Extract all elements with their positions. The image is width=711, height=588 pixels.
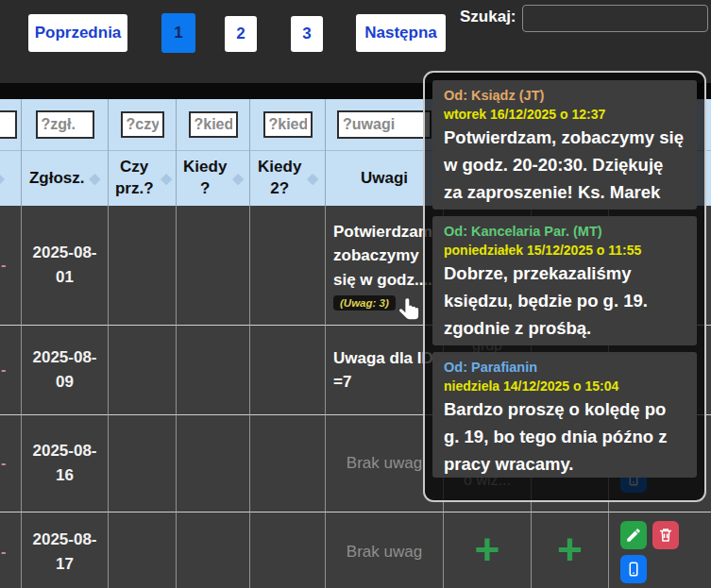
message-card: Od: Parafianin niedziela 14/12/2025 o 15…	[432, 352, 697, 478]
header-kiedy1[interactable]: Kiedy ? ◆	[177, 151, 250, 206]
table-row-4-czy	[109, 512, 177, 588]
message-card: Od: Kancelaria Par. (MT) poniedziałek 15…	[432, 216, 697, 345]
sort-diamond-icon: ◆	[307, 169, 318, 188]
filter-cell-czy	[109, 99, 177, 151]
table-row-1-kiedy2	[250, 206, 326, 326]
filter-input-zglosz[interactable]	[36, 110, 94, 139]
header-zglosz-label: Zgłosz.	[29, 168, 85, 190]
table-row-3-kiedy1	[177, 415, 250, 512]
table-row-4-zglosz: 2025-08-17	[22, 512, 109, 588]
filter-input-stub[interactable]	[0, 110, 17, 139]
message-body: Potwierdzam, zobaczymy się w godz. 20-20…	[444, 125, 686, 206]
table-row-1-czy	[109, 206, 177, 326]
comments-popup: Od: Ksiądz (JT) wtorek 16/12/2025 o 12:3…	[423, 71, 706, 502]
table-row-4-kiedy2	[250, 512, 326, 588]
search-input[interactable]	[522, 5, 708, 32]
sort-diamond-icon: ◆	[232, 169, 244, 188]
table-row-3-czy	[109, 415, 177, 512]
table-row-2-kiedy2	[250, 326, 326, 415]
message-date: poniedziałek 15/12/2025 o 11:55	[444, 242, 686, 260]
table-row-4-col8	[609, 512, 711, 588]
message-date: niedziela 14/12/2025 o 15:04	[444, 378, 686, 395]
uwagi-empty-text: Brak uwag	[347, 543, 422, 562]
message-date: wtorek 16/12/2025 o 12:37	[444, 106, 686, 124]
header-cell-stub[interactable]: ◆	[0, 151, 22, 206]
table-row-3-zglosz: 2025-08-16	[22, 415, 109, 512]
table-row-4-kiedy1	[177, 512, 250, 588]
table-row-2-zglosz: 2025-08-09	[22, 326, 109, 415]
message-card: Od: Ksiądz (JT) wtorek 16/12/2025 o 12:3…	[432, 80, 697, 210]
phone-button[interactable]	[620, 555, 647, 583]
next-page-button[interactable]: Następna	[356, 14, 446, 52]
header-czy[interactable]: Czy prz.? ◆	[109, 151, 177, 206]
filter-input-kiedy2[interactable]	[263, 111, 313, 138]
header-kiedy1-label: Kiedy ?	[182, 157, 228, 200]
table-row-4-col6: +	[444, 512, 532, 588]
table-row-4-uwagi[interactable]: Brak uwag	[326, 512, 444, 588]
filter-input-uwagi[interactable]	[337, 110, 432, 139]
page-button-2[interactable]: 2	[225, 16, 257, 52]
table-row-2-stub: -	[0, 326, 22, 415]
page-button-1[interactable]: 1	[161, 13, 195, 53]
message-body: Dobrze, przekazaliśmy księdzu, będzie po…	[444, 260, 686, 345]
sort-diamond-icon: ◆	[0, 169, 5, 188]
header-zglosz[interactable]: Zgłosz. ◆	[22, 151, 109, 206]
filter-cell-stub	[0, 99, 22, 151]
uwagi-preview-text: Potwierdzam, zobaczymy się w godz....	[333, 220, 437, 293]
table-row-2-czy	[109, 326, 177, 415]
header-kiedy2[interactable]: Kiedy 2? ◆	[250, 151, 326, 206]
table-row-3-kiedy2	[250, 415, 326, 512]
message-sender: Od: Ksiądz (JT)	[444, 87, 686, 106]
sort-diamond-icon: ◆	[90, 169, 101, 188]
add-entry-button[interactable]: +	[557, 528, 583, 577]
table-row-4-col7: +	[532, 512, 609, 588]
delete-button[interactable]	[652, 521, 679, 549]
table-row-1-kiedy1	[177, 206, 250, 326]
edit-button[interactable]	[620, 521, 647, 549]
message-sender: Od: Kancelaria Par. (MT)	[444, 223, 686, 242]
filter-cell-zglosz	[22, 99, 109, 151]
table-row-1-zglosz: 2025-08-01	[22, 206, 109, 326]
trash-icon	[657, 527, 674, 544]
table-row-3-stub: -	[0, 415, 22, 512]
phone-icon	[625, 561, 642, 578]
pencil-icon	[625, 527, 642, 544]
search-label: Szukaj:	[460, 8, 516, 26]
app-window: Poprzednia 1 2 3 Następna Szukaj:	[0, 0, 711, 588]
add-entry-button[interactable]: +	[475, 528, 500, 577]
header-czy-label: Czy prz.?	[112, 157, 156, 200]
filter-cell-kiedy1	[177, 99, 250, 151]
filter-input-kiedy1[interactable]	[189, 111, 238, 138]
uwagi-count-badge[interactable]: (Uwag: 3)	[333, 295, 396, 311]
sort-diamond-icon: ◆	[161, 169, 172, 188]
header-kiedy2-label: Kiedy 2?	[257, 157, 302, 200]
table-row-4-stub: -	[0, 512, 22, 588]
table-row-1-stub: -	[0, 206, 22, 326]
message-body: Bardzo proszę o kolędę po g. 19, bo tego…	[444, 396, 686, 478]
page-button-3[interactable]: 3	[291, 16, 323, 52]
filter-input-czy[interactable]	[121, 111, 164, 138]
message-sender: Od: Parafianin	[444, 359, 686, 378]
uwagi-preview-text: Uwaga dla ID =7	[333, 346, 435, 395]
table-row-2-kiedy1	[177, 326, 250, 415]
filter-cell-kiedy2	[250, 99, 326, 151]
header-uwagi-label: Uwagi	[361, 168, 408, 190]
uwagi-empty-text: Brak uwag	[347, 454, 422, 473]
prev-page-button[interactable]: Poprzednia	[28, 14, 127, 52]
